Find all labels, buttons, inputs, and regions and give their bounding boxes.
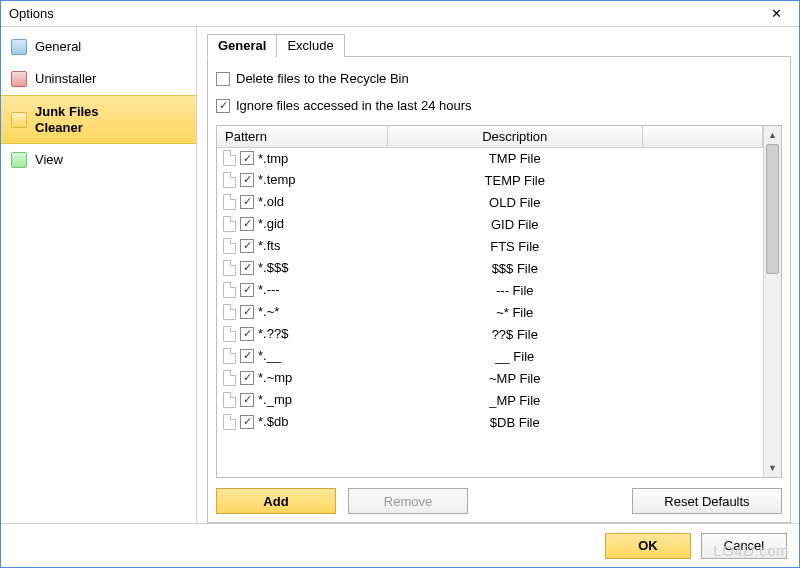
file-icon — [223, 392, 236, 408]
reset-defaults-button[interactable]: Reset Defaults — [632, 488, 782, 514]
col-header-pattern[interactable]: Pattern — [217, 126, 387, 148]
table-row[interactable]: *.??$??$ File — [217, 324, 763, 346]
cancel-button[interactable]: Cancel — [701, 533, 787, 559]
sidebar-item-junk-files-cleaner[interactable]: Junk Files Cleaner — [1, 95, 196, 144]
patterns-table-scroll[interactable]: Pattern Description *.tmpTMP File*.tempT… — [217, 126, 763, 477]
pattern-text: *.old — [258, 194, 284, 209]
view-icon — [11, 152, 27, 168]
cell-description: FTS File — [387, 236, 643, 258]
cell-description: ~MP File — [387, 368, 643, 390]
file-icon — [223, 216, 236, 232]
remove-button: Remove — [348, 488, 468, 514]
cell-description: TEMP File — [387, 170, 643, 192]
table-row[interactable]: *.------ File — [217, 280, 763, 302]
cell-description: OLD File — [387, 192, 643, 214]
row-checkbox[interactable] — [240, 217, 254, 231]
patterns-table-container: Pattern Description *.tmpTMP File*.tempT… — [216, 125, 782, 478]
table-row[interactable]: *.____ File — [217, 346, 763, 368]
table-row[interactable]: *.~mp~MP File — [217, 368, 763, 390]
row-checkbox[interactable] — [240, 327, 254, 341]
table-row[interactable]: *.$db$DB File — [217, 412, 763, 434]
cell-pattern: *._mp — [217, 390, 387, 410]
checkbox-icon[interactable] — [216, 99, 230, 113]
table-row[interactable]: *.tempTEMP File — [217, 170, 763, 192]
cell-pattern: *.~* — [217, 302, 387, 322]
pattern-text: *.--- — [258, 282, 280, 297]
option-label: Ignore files accessed in the last 24 hou… — [236, 98, 472, 113]
row-checkbox[interactable] — [240, 239, 254, 253]
close-button[interactable]: ✕ — [757, 4, 795, 24]
cell-description: __ File — [387, 346, 643, 368]
pattern-text: *.$$$ — [258, 260, 288, 275]
option-label: Delete files to the Recycle Bin — [236, 71, 409, 86]
row-checkbox[interactable] — [240, 349, 254, 363]
sidebar-item-general[interactable]: General — [1, 31, 196, 63]
file-icon — [223, 304, 236, 320]
sidebar-item-view[interactable]: View — [1, 144, 196, 176]
scroll-down-icon[interactable]: ▼ — [764, 459, 781, 477]
add-button[interactable]: Add — [216, 488, 336, 514]
cell-pattern: *.??$ — [217, 324, 387, 344]
option-ignore-recent[interactable]: Ignore files accessed in the last 24 hou… — [216, 98, 782, 113]
main-panel: General Exclude Delete files to the Recy… — [197, 27, 800, 523]
option-delete-recycle[interactable]: Delete files to the Recycle Bin — [216, 71, 782, 86]
col-header-description[interactable]: Description — [387, 126, 643, 148]
row-checkbox[interactable] — [240, 173, 254, 187]
ok-button[interactable]: OK — [605, 533, 691, 559]
close-icon: ✕ — [771, 6, 782, 21]
table-row[interactable]: *.$$$$$$ File — [217, 258, 763, 280]
sidebar-item-uninstaller[interactable]: Uninstaller — [1, 63, 196, 95]
cell-description: ~* File — [387, 302, 643, 324]
row-checkbox[interactable] — [240, 305, 254, 319]
file-icon — [223, 150, 236, 166]
scroll-thumb[interactable] — [766, 144, 779, 274]
cell-description: ??$ File — [387, 324, 643, 346]
row-checkbox[interactable] — [240, 261, 254, 275]
cell-pattern: *.old — [217, 192, 387, 212]
pattern-text: *.~mp — [258, 370, 292, 385]
junk-icon — [11, 112, 27, 128]
cell-pattern: *.tmp — [217, 148, 387, 168]
row-checkbox[interactable] — [240, 393, 254, 407]
pattern-text: *.~* — [258, 304, 279, 319]
sidebar: General Uninstaller Junk Files Cleaner V… — [1, 27, 197, 523]
file-icon — [223, 172, 236, 188]
file-icon — [223, 370, 236, 386]
table-row[interactable]: *._mp_MP File — [217, 390, 763, 412]
table-row[interactable]: *.oldOLD File — [217, 192, 763, 214]
row-checkbox[interactable] — [240, 151, 254, 165]
file-icon — [223, 194, 236, 210]
file-icon — [223, 238, 236, 254]
cell-pattern: *.~mp — [217, 368, 387, 388]
file-icon — [223, 348, 236, 364]
tab-exclude[interactable]: Exclude — [276, 34, 344, 57]
pattern-text: *.$db — [258, 414, 288, 429]
window-title: Options — [9, 6, 54, 21]
row-checkbox[interactable] — [240, 415, 254, 429]
table-row[interactable]: *.~*~* File — [217, 302, 763, 324]
table-row[interactable]: *.tmpTMP File — [217, 148, 763, 170]
tab-panel-general: Delete files to the Recycle Bin Ignore f… — [207, 57, 791, 523]
cell-description: TMP File — [387, 148, 643, 170]
cell-description: GID File — [387, 214, 643, 236]
file-icon — [223, 260, 236, 276]
pattern-text: *.tmp — [258, 151, 288, 166]
tab-general[interactable]: General — [207, 34, 277, 57]
row-checkbox[interactable] — [240, 283, 254, 297]
cell-description: $DB File — [387, 412, 643, 434]
sidebar-item-label: View — [35, 152, 63, 168]
table-row[interactable]: *.gidGID File — [217, 214, 763, 236]
cell-description: --- File — [387, 280, 643, 302]
scrollbar[interactable]: ▲ ▼ — [763, 126, 781, 477]
cell-pattern: *.gid — [217, 214, 387, 234]
row-checkbox[interactable] — [240, 371, 254, 385]
scroll-up-icon[interactable]: ▲ — [764, 126, 781, 144]
checkbox-icon[interactable] — [216, 72, 230, 86]
pattern-text: *.??$ — [258, 326, 288, 341]
row-checkbox[interactable] — [240, 195, 254, 209]
table-row[interactable]: *.ftsFTS File — [217, 236, 763, 258]
patterns-table: Pattern Description *.tmpTMP File*.tempT… — [217, 126, 763, 434]
table-buttons: Add Remove Reset Defaults — [216, 478, 782, 514]
cell-description: _MP File — [387, 390, 643, 412]
sidebar-item-label: General — [35, 39, 81, 55]
